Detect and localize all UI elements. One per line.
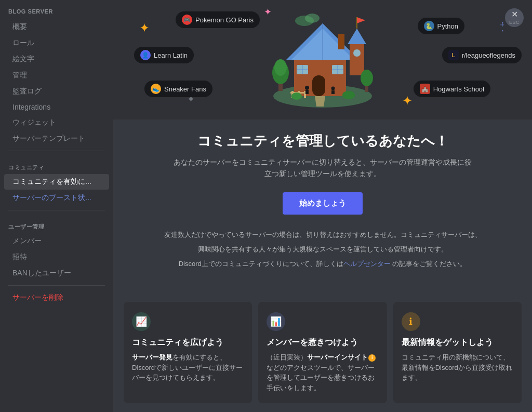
sidebar-item-widget[interactable]: ウィジェット — [4, 115, 109, 130]
dots-decoration: ⁺̣̇ — [500, 21, 505, 32]
sidebar-divider-user-management — [8, 210, 105, 210]
badge-latin: 👤 Learn Latin — [134, 47, 194, 63]
svg-point-20 — [274, 59, 287, 76]
svg-rect-5 — [312, 75, 325, 96]
badge-pokemon: 🎮 Pokemon GO Paris — [176, 11, 260, 28]
sidebar-item-banned-users[interactable]: BANしたユーザー — [4, 265, 109, 281]
info-circle-icon: i — [368, 354, 376, 362]
sidebar-item-members[interactable]: メンバー — [4, 233, 109, 249]
sidebar-item-delete-server[interactable]: サーバーを削除 — [4, 290, 109, 305]
esc-label: ESC — [509, 20, 520, 25]
server-title: BLOG SERVER — [0, 8, 113, 19]
svg-rect-31 — [331, 90, 335, 94]
grow-icon: 📈 — [132, 312, 151, 331]
sidebar-item-server-boost[interactable]: サーバーのブースト状... — [4, 190, 109, 206]
sidebar-item-audit-log[interactable]: 監査ログ — [4, 84, 109, 99]
badge-hogwarts: 🏰 Hogwarts School — [414, 81, 490, 97]
grow-desc: サーバー発見を有効にすると、Discordで新しいユーザーに直接サーバーを見つけ… — [132, 352, 244, 383]
league-icon: L — [448, 50, 459, 60]
sidebar-divider-delete — [8, 285, 105, 286]
badge-python: 🐍 Python — [418, 18, 464, 34]
info-text-1: 友達数人だけでやっているサーバーの場合は、切り替えはおすすめしません。コミュニテ… — [144, 229, 501, 241]
svg-point-28 — [305, 86, 309, 90]
user-management-section-label: ユーザー管理 — [0, 215, 113, 233]
close-icon: ✕ — [511, 10, 518, 19]
svg-rect-12 — [338, 34, 344, 49]
sidebar-item-emoji[interactable]: 絵文字 — [4, 51, 109, 67]
house-illustration — [265, 8, 380, 112]
content-section: コミュニティを管理しているあなたへ！ あなたのサーバーをコミュニティサーバーに切… — [113, 119, 532, 289]
start-button[interactable]: 始めましょう — [283, 192, 363, 215]
close-button[interactable]: ✕ ESC — [505, 8, 524, 27]
help-center-link[interactable]: ヘルプセンター — [343, 260, 391, 268]
svg-marker-17 — [357, 17, 365, 23]
news-icon: ℹ — [402, 312, 420, 331]
feature-cards: 📈 コミュニティを広げよう サーバー発見を有効にすると、Discordで新しいユ… — [113, 302, 532, 412]
svg-point-22 — [361, 70, 373, 86]
latin-icon: 👤 — [140, 50, 151, 60]
news-title: 最新情報をゲットしよう — [402, 337, 513, 348]
star-decoration-1: ✦ — [139, 21, 150, 35]
svg-rect-29 — [305, 90, 309, 94]
svg-point-33 — [342, 91, 355, 99]
attract-desc: （近日実装）サーバーインサイトi などのアクセスツールで、サーバーを管理してユー… — [267, 352, 378, 393]
svg-marker-14 — [348, 29, 366, 44]
svg-rect-15 — [353, 49, 361, 57]
attract-icon: 📊 — [267, 312, 285, 331]
svg-point-35 — [305, 14, 320, 23]
svg-rect-13 — [350, 44, 364, 75]
sidebar-item-moderation[interactable]: 管理 — [4, 68, 109, 83]
sidebar-divider-community — [8, 151, 105, 151]
star-decoration-3: ✦ — [402, 94, 413, 108]
sidebar-item-roles[interactable]: ロール — [4, 35, 109, 51]
sneaker-icon: 👟 — [151, 84, 161, 94]
attract-title: メンバーを惹きつけよう — [267, 337, 378, 348]
svg-marker-27 — [315, 96, 325, 107]
svg-point-30 — [331, 87, 335, 90]
page-subtitle: あなたのサーバーをコミュニティサーバーに切り替えると、サーバーの管理運営や成長に… — [144, 156, 501, 180]
pokemon-icon: 🎮 — [182, 15, 192, 25]
badge-league: L r/leagueoflegends — [442, 47, 522, 63]
sidebar-item-server-template[interactable]: サーバーテンプレート — [4, 131, 109, 147]
hogwarts-icon: 🏰 — [420, 84, 430, 94]
badge-sneaker: 👟 Sneaker Fans — [144, 81, 212, 97]
sidebar-item-invites[interactable]: 招待 — [4, 249, 109, 265]
news-desc: コミュニティ用の新機能について、最新情報をDiscordから直接受け取れます。 — [402, 352, 513, 383]
help-text: Discord上でのコミュニティづくりについて、詳しくはヘルプセンター の記事を… — [144, 258, 501, 270]
svg-point-32 — [291, 92, 302, 100]
feature-card-grow: 📈 コミュニティを広げよう サーバー発見を有効にすると、Discordで新しいユ… — [124, 302, 252, 403]
sidebar-item-overview[interactable]: 概要 — [4, 19, 109, 35]
sidebar: BLOG SERVER 概要 ロール 絵文字 管理 監査ログ Integrati… — [0, 0, 113, 412]
page-title: コミュニティを管理しているあなたへ！ — [144, 132, 501, 150]
main-content: ✕ ESC ✦ ✦ ✦ ⁺̣̇ ✦ 🎮 Pokemon GO Paris 🐍 P… — [113, 0, 532, 412]
star-decoration-2: ✦ — [264, 6, 272, 18]
feature-card-attract: 📊 メンバーを惹きつけよう （近日実装）サーバーインサイトi などのアクセスツー… — [258, 302, 387, 403]
sidebar-item-integrations[interactable]: Integrations — [4, 100, 109, 114]
info-text-2: 興味関心を共有する人々が集う大規模なスペースを運営している管理者向けです。 — [144, 244, 501, 255]
community-section-label: コミュニティ — [0, 155, 113, 174]
sidebar-item-enable-community[interactable]: コミュニティを有効に... — [4, 174, 109, 190]
hero-section: ✦ ✦ ✦ ⁺̣̇ ✦ 🎮 Pokemon GO Paris 🐍 Python … — [113, 0, 532, 119]
python-icon: 🐍 — [424, 21, 434, 31]
grow-title: コミュニティを広げよう — [132, 337, 244, 348]
feature-card-news: ℹ 最新情報をゲットしよう コミュニティ用の新機能について、最新情報をDisco… — [393, 302, 522, 403]
